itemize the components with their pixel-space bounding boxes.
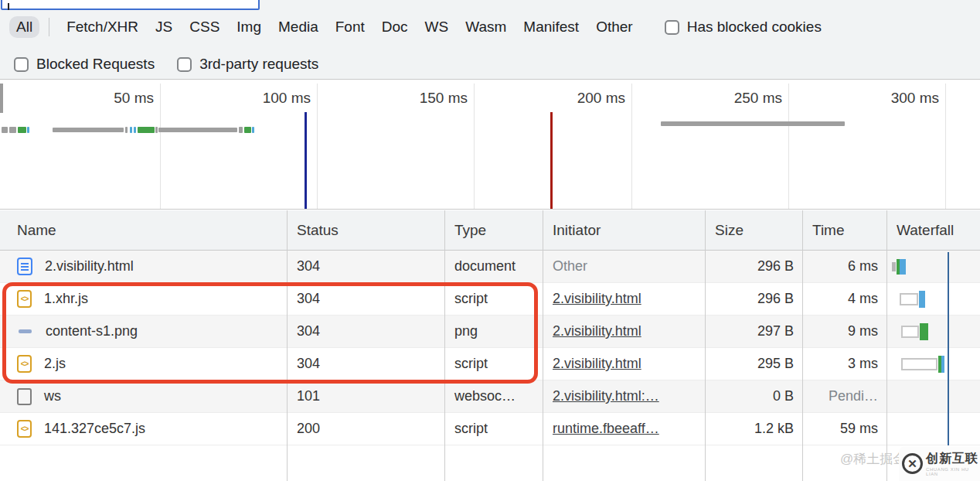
overview-bar — [134, 127, 136, 133]
request-type: script — [445, 283, 543, 315]
watermark-handle: @稀土掘金 — [840, 450, 906, 468]
filter-css[interactable]: CSS — [181, 16, 228, 38]
column-separator[interactable] — [886, 210, 887, 481]
request-row-2-visibility-html[interactable]: 2.visibility.html 304 document Other 296… — [0, 251, 980, 283]
filter-doc[interactable]: Doc — [373, 16, 417, 38]
waterfall-cell — [887, 413, 980, 445]
initiator-link[interactable]: 2.visibility.html — [553, 291, 641, 307]
third-party-requests-checkbox[interactable] — [177, 57, 192, 72]
time-label: 250 ms — [697, 90, 782, 107]
initiator-link[interactable]: runtime.fbeeaff… — [553, 421, 659, 437]
waterfall-bar-download — [941, 356, 944, 373]
text-caret — [8, 3, 9, 10]
column-header-initiator[interactable]: Initiator — [543, 210, 706, 250]
time-label: 150 ms — [383, 90, 468, 107]
request-status: 304 — [288, 348, 445, 380]
filter-manifest[interactable]: Manifest — [515, 16, 587, 38]
waterfall-cell — [887, 283, 980, 315]
column-separator[interactable] — [444, 210, 445, 481]
column-separator[interactable] — [543, 210, 543, 481]
request-row-2-js[interactable]: <> 2.js 304 script 2.visibility.html 295… — [0, 348, 980, 380]
column-header-size[interactable]: Size — [706, 210, 803, 250]
column-separator[interactable] — [802, 210, 803, 481]
initiator-link[interactable]: 2.visibility.html — [553, 323, 641, 339]
request-status: 200 — [288, 413, 445, 445]
request-size: 297 B — [706, 316, 803, 347]
column-header-type[interactable]: Type — [445, 210, 543, 250]
filter-media[interactable]: Media — [270, 16, 327, 38]
resource-type-filter-bar: All Fetch/XHR JS CSS Img Media Font Doc … — [0, 15, 980, 39]
third-party-requests-label[interactable]: 3rd-party requests — [199, 56, 318, 73]
network-overview-timeline[interactable]: 50 ms 100 ms 150 ms 200 ms 250 ms 300 ms — [0, 80, 980, 210]
request-type: websoc… — [445, 380, 543, 412]
waterfall-bar-waiting — [901, 326, 919, 338]
gridline-150ms — [474, 84, 475, 209]
waterfall-bar-waiting — [901, 358, 937, 370]
third-party-requests-group: 3rd-party requests — [177, 56, 318, 73]
request-name: 141.327ce5c7.js — [44, 421, 145, 437]
has-blocked-cookies-group: Has blocked cookies — [665, 19, 822, 36]
requests-table-body: 2.visibility.html 304 document Other 296… — [0, 251, 980, 481]
filter-img[interactable]: Img — [228, 16, 270, 38]
waterfall-event-marker-line — [948, 252, 949, 445]
document-icon — [17, 258, 32, 275]
request-type: script — [445, 348, 543, 380]
waterfall-bar-waiting — [900, 293, 918, 305]
filter-wasm[interactable]: Wasm — [457, 16, 515, 38]
filter-font[interactable]: Font — [327, 16, 373, 38]
waterfall-cell — [887, 251, 980, 282]
request-size: 0 B — [706, 380, 803, 412]
filter-other[interactable]: Other — [587, 16, 641, 38]
initiator-link[interactable]: 2.visibility.html:… — [553, 388, 659, 404]
request-time: 3 ms — [803, 348, 887, 380]
request-row-141-327ce5c7-js[interactable]: <> 141.327ce5c7.js 200 script runtime.fb… — [0, 413, 980, 445]
overview-scrubber[interactable] — [0, 84, 3, 113]
request-name: 2.js — [44, 356, 66, 372]
request-row-1-xhr-js[interactable]: <> 1.xhr.js 304 script 2.visibility.html… — [0, 283, 980, 316]
filter-js[interactable]: JS — [147, 16, 181, 38]
watermark-logo-subtitle: CHUANG XIN HU LIAN — [926, 467, 980, 476]
overview-bar — [244, 127, 251, 133]
column-separator[interactable] — [705, 210, 706, 481]
overview-bar — [239, 127, 243, 133]
request-size: 296 B — [706, 283, 803, 315]
request-size: 1.2 kB — [706, 413, 803, 445]
websocket-icon — [17, 388, 32, 405]
column-header-time[interactable]: Time — [803, 210, 887, 250]
request-row-ws[interactable]: ws 101 websoc… 2.visibility.html:… 0 B P… — [0, 380, 980, 413]
has-blocked-cookies-checkbox[interactable] — [665, 20, 679, 35]
waterfall-cell — [887, 380, 980, 412]
request-time: 6 ms — [803, 251, 887, 282]
waterfall-bar-queueing — [892, 262, 896, 271]
gridline-200ms — [631, 84, 632, 209]
gridline-250ms — [788, 84, 789, 209]
filter-ws[interactable]: WS — [417, 16, 458, 38]
has-blocked-cookies-label[interactable]: Has blocked cookies — [687, 19, 822, 36]
blocked-requests-label[interactable]: Blocked Requests — [36, 56, 155, 73]
request-name: 1.xhr.js — [44, 291, 88, 307]
request-time: 4 ms — [803, 283, 887, 315]
column-header-status[interactable]: Status — [288, 210, 445, 250]
request-name: content-s1.png — [46, 323, 138, 339]
filter-all[interactable]: All — [9, 16, 39, 38]
blocked-requests-checkbox[interactable] — [14, 57, 29, 72]
waterfall-bar-receiving — [920, 323, 928, 340]
gridline-300ms — [945, 84, 946, 209]
request-size: 295 B — [706, 348, 803, 380]
filter-fetch-xhr[interactable]: Fetch/XHR — [58, 16, 147, 38]
overview-bar — [252, 127, 254, 133]
filter-input[interactable] — [1, 0, 260, 10]
overview-bar — [2, 127, 8, 133]
column-header-name[interactable]: Name — [0, 210, 288, 250]
time-label: 100 ms — [226, 90, 311, 107]
overview-bar — [661, 121, 845, 126]
request-row-content-s1-png[interactable]: content-s1.png 304 png 2.visibility.html… — [0, 316, 980, 348]
overview-bar — [53, 128, 124, 132]
column-header-waterfall[interactable]: Waterfall — [887, 210, 980, 250]
waterfall-cell — [887, 316, 980, 347]
request-status: 101 — [288, 380, 445, 412]
request-size: 296 B — [706, 251, 803, 282]
column-separator[interactable] — [287, 210, 288, 481]
waterfall-bar-download — [919, 291, 925, 308]
initiator-link[interactable]: 2.visibility.html — [553, 356, 641, 372]
